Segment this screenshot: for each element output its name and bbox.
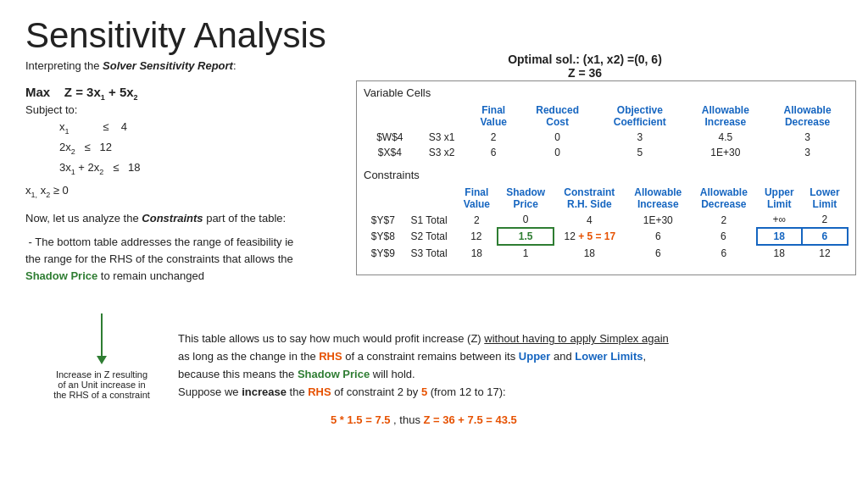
cr1-ai: 1E+30 bbox=[625, 212, 691, 228]
cr1-ll: 2 bbox=[802, 212, 848, 228]
vr1-ad: 3 bbox=[766, 130, 849, 145]
cr2-sp: 1.5 bbox=[498, 228, 554, 245]
cr3-ai: 6 bbox=[625, 245, 691, 261]
vh-final-value: FinalValue bbox=[467, 103, 520, 130]
analysis-intro: Now, let us analyze the Constraints part… bbox=[25, 210, 339, 227]
vr2-ai: 1E+30 bbox=[684, 145, 766, 160]
ch-ai: AllowableIncrease bbox=[625, 185, 691, 212]
page-title: Sensitivity Analysis bbox=[25, 15, 843, 56]
vr2-cell: $X$4 bbox=[364, 145, 416, 160]
vr1-name: S3 x1 bbox=[416, 130, 468, 145]
cr3-sp: 1 bbox=[498, 245, 554, 261]
cr3-ul: 18 bbox=[757, 245, 802, 261]
cr1-ul: +∞ bbox=[757, 212, 802, 228]
vr2-ad: 3 bbox=[766, 145, 849, 160]
cr3-ad: 6 bbox=[691, 245, 757, 261]
subject-to: Subject to: bbox=[25, 103, 339, 116]
vh-reduced-cost: ReducedCost bbox=[520, 103, 595, 130]
cr1-name: S1 Total bbox=[403, 212, 456, 228]
right-panel: Variable Cells FinalValue ReducedCost Ob… bbox=[356, 80, 856, 284]
cr3-cell: $Y$9 bbox=[364, 245, 403, 261]
variable-cells-table: Variable Cells FinalValue ReducedCost Ob… bbox=[356, 80, 856, 275]
con-row-3: $Y$9 S3 Total 18 1 18 6 6 18 12 bbox=[364, 245, 848, 261]
constraint-2: 2x2 ≤ 12 bbox=[59, 138, 339, 158]
cr3-rhs: 18 bbox=[554, 245, 625, 261]
vr2-name: S3 x2 bbox=[416, 145, 468, 160]
con-row-2: $Y$8 S2 Total 12 1.5 12 + 5 = 17 6 6 18 … bbox=[364, 228, 848, 245]
cr1-fv: 2 bbox=[456, 212, 498, 228]
cr3-name: S3 Total bbox=[403, 245, 456, 261]
bottom-paragraph-2: Suppose we increase the RHS of constrain… bbox=[178, 385, 506, 398]
vh-obj-coeff: ObjectiveCoefficient bbox=[595, 103, 684, 130]
ch-cell bbox=[364, 185, 403, 212]
calc-line: 5 * 1.5 = 7.5 , thus Z = 36 + 7.5 = 43.5 bbox=[331, 413, 517, 426]
max-line: Max Z = 3x1 + 5x2 bbox=[25, 85, 339, 102]
vh-cell bbox=[364, 103, 416, 130]
constraints-title: Constraints bbox=[364, 169, 849, 181]
cr2-rhs: 12 + 5 = 17 bbox=[554, 228, 625, 245]
constraints-list: x1 ≤ 4 2x2 ≤ 12 3x1 + 2x2 ≤ 18 bbox=[59, 118, 339, 179]
optimal-solution: Optimal sol.: (x1, x2) =(0, 6) Z = 36 bbox=[458, 53, 712, 80]
cr1-rhs: 4 bbox=[554, 212, 625, 228]
ch-ll: LowerLimit bbox=[802, 185, 848, 212]
variable-cells-title: Variable Cells bbox=[364, 86, 849, 99]
con-row-1: $Y$7 S1 Total 2 0 4 1E+30 2 +∞ 2 bbox=[364, 212, 848, 228]
constraint-3: 3x1 + 2x2 ≤ 18 bbox=[59, 158, 339, 179]
analysis-body: - The bottom table addresses the range o… bbox=[25, 234, 339, 285]
cr2-ul: 18 bbox=[757, 228, 802, 245]
arrow-label: Increase in Z resulting of an Unit incre… bbox=[51, 369, 153, 400]
nonneg: x1, x2 ≥ 0 bbox=[25, 184, 339, 199]
vh-allow-inc: AllowableIncrease bbox=[684, 103, 766, 130]
cr3-ll: 12 bbox=[802, 245, 848, 261]
arrow-head bbox=[97, 356, 107, 364]
ch-ad: AllowableDecrease bbox=[691, 185, 757, 212]
ch-name bbox=[403, 185, 456, 212]
vr2-fv: 6 bbox=[467, 145, 520, 160]
cr2-name: S2 Total bbox=[403, 228, 456, 245]
cr1-sp: 0 bbox=[498, 212, 554, 228]
vh-name bbox=[416, 103, 468, 130]
con-table: FinalValue ShadowPrice ConstraintR.H. Si… bbox=[364, 185, 849, 261]
var-row-1: $W$4 S3 x1 2 0 3 4.5 3 bbox=[364, 130, 849, 145]
ch-rhs: ConstraintR.H. Side bbox=[554, 185, 625, 212]
vr1-oc: 3 bbox=[595, 130, 684, 145]
ch-fv: FinalValue bbox=[456, 185, 498, 212]
cr2-ad: 6 bbox=[691, 228, 757, 245]
cr2-ai: 6 bbox=[625, 228, 691, 245]
cr3-fv: 18 bbox=[456, 245, 498, 261]
vr1-rc: 0 bbox=[520, 130, 595, 145]
ch-ul: UpperLimit bbox=[757, 185, 802, 212]
vr2-rc: 0 bbox=[520, 145, 595, 160]
cr2-fv: 12 bbox=[456, 228, 498, 245]
cr1-cell: $Y$7 bbox=[364, 212, 403, 228]
arrow-line bbox=[101, 313, 103, 356]
subtitle: Interpreting the Solver Sensitivity Repo… bbox=[25, 59, 843, 72]
vr1-cell: $W$4 bbox=[364, 130, 416, 145]
con-header-row: FinalValue ShadowPrice ConstraintR.H. Si… bbox=[364, 185, 848, 212]
vr1-fv: 2 bbox=[467, 130, 520, 145]
var-table: FinalValue ReducedCost ObjectiveCoeffici… bbox=[364, 103, 849, 160]
cr1-ad: 2 bbox=[691, 212, 757, 228]
cr2-ll: 6 bbox=[802, 228, 848, 245]
constraint-1: x1 ≤ 4 bbox=[59, 118, 339, 138]
left-panel: Max Z = 3x1 + 5x2 Subject to: x1 ≤ 4 2x2… bbox=[25, 85, 339, 285]
arrow-section: Increase in Z resulting of an Unit incre… bbox=[51, 313, 153, 400]
bottom-paragraph-1: This table allows us to say how much wou… bbox=[178, 330, 848, 383]
vr2-oc: 5 bbox=[595, 145, 684, 160]
vh-allow-dec: AllowableDecrease bbox=[766, 103, 849, 130]
ch-sp: ShadowPrice bbox=[498, 185, 554, 212]
var-row-2: $X$4 S3 x2 6 0 5 1E+30 3 bbox=[364, 145, 849, 160]
vr1-ai: 4.5 bbox=[684, 130, 766, 145]
cr2-cell: $Y$8 bbox=[364, 228, 403, 245]
var-header-row: FinalValue ReducedCost ObjectiveCoeffici… bbox=[364, 103, 849, 130]
